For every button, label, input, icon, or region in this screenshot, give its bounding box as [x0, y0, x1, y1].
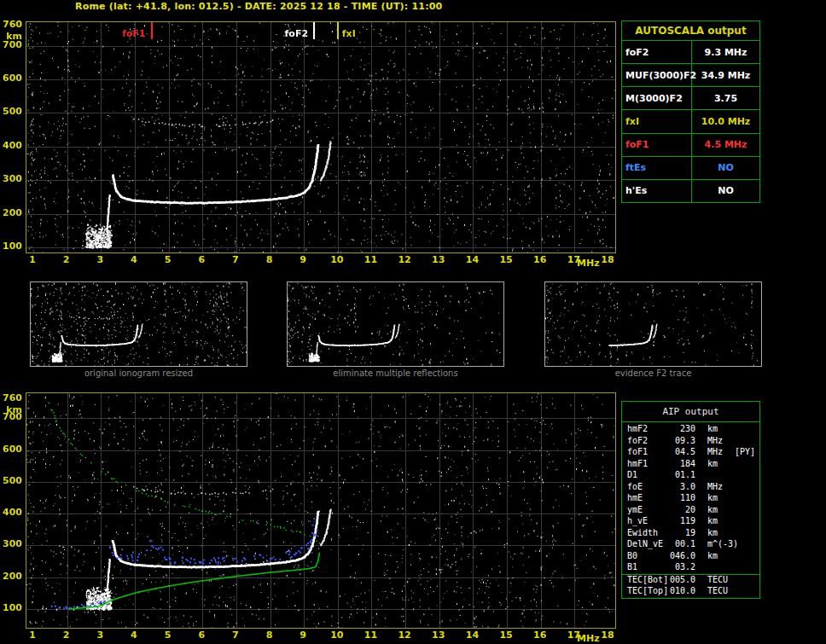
thumbnail-original-canvas: [31, 282, 247, 366]
aip-name: foE: [627, 482, 643, 491]
autoscala-screen: Rome (lat: +41.8, lon: 012.5) - DATE: 20…: [0, 0, 826, 644]
aip-value: 005.0: [661, 575, 695, 584]
autoscala-param-label: h'Es: [622, 180, 692, 202]
aip-row-B1: B103.2: [622, 562, 759, 574]
profile-ytick-200: 200: [0, 571, 22, 582]
aip-name: hmF2: [627, 424, 648, 433]
profile-xtick-16: 16: [532, 630, 548, 641]
aip-row-Ewidth: Ewidth19km: [622, 528, 759, 540]
autoscala-param-value: NO: [692, 180, 759, 202]
aip-value: 00.1: [661, 539, 695, 548]
aip-name: DelN_vE: [627, 539, 663, 548]
ionogram-xtick-4: 4: [126, 255, 142, 265]
ionogram-plot: [26, 21, 616, 253]
profile-xtick-8: 8: [262, 630, 277, 641]
ionogram-ytick-100: 100: [0, 241, 22, 252]
ionogram-xtick-7: 7: [228, 255, 243, 265]
aip-unit: km: [707, 493, 718, 502]
thumbnail-caption-eliminate: eliminate multiple reflections: [287, 368, 504, 378]
profile-ytick-760: 760: [0, 393, 22, 403]
ionogram-xtick-1: 1: [25, 255, 40, 265]
autoscala-param-value: 34.9 MHz: [692, 64, 759, 86]
ionogram-xtick-15: 15: [498, 255, 514, 265]
aip-name: ymE: [627, 505, 643, 514]
aip-row-DelN_vE: DelN_vE00.1m^(-3): [622, 539, 759, 551]
aip-row-ymE: ymE20km: [622, 505, 759, 517]
ionogram-canvas: [26, 22, 615, 252]
aip-value: 04.5: [661, 447, 695, 456]
thumbnail-eliminate-reflections: [287, 281, 504, 367]
ionogram-xtick-12: 12: [397, 255, 412, 265]
aip-row-hmF1: hmF1184km: [622, 459, 759, 471]
aip-unit: MHz: [707, 482, 723, 491]
aip-name: B1: [627, 562, 637, 571]
profile-xlabel: MHz: [577, 634, 606, 644]
aip-row-hmE: hmE110km: [622, 493, 759, 505]
profile-ytick-300: 300: [0, 539, 22, 549]
autoscala-param-value: 9.3 MHz: [692, 41, 759, 63]
ionogram-xtick-8: 8: [262, 255, 277, 265]
aip-unit: MHz: [707, 447, 723, 456]
page-title: Rome (lat: +41.8, lon: 012.5) - DATE: 20…: [75, 1, 442, 12]
ionogram-ytick-760: 760: [0, 20, 22, 30]
profile-canvas: [26, 393, 615, 628]
profile-xtick-5: 5: [160, 630, 176, 641]
ionogram-ytick-600: 600: [0, 73, 22, 84]
ionogram-xtick-10: 10: [329, 255, 345, 265]
aip-value: 046.0: [661, 551, 695, 560]
aip-unit: km: [707, 424, 718, 433]
aip-table-title: AIP output: [622, 402, 759, 422]
ionogram-xtick-9: 9: [295, 255, 311, 265]
autoscala-param-label: M(3000)F2: [622, 87, 692, 109]
ionogram-xtick-16: 16: [532, 255, 548, 265]
aip-unit: TECU: [707, 575, 728, 584]
ionogram-xtick-6: 6: [194, 255, 209, 265]
profile-ytick-400: 400: [0, 508, 22, 518]
profile-xtick-15: 15: [498, 630, 514, 641]
ionogram-ylabel: km: [0, 32, 22, 42]
aip-value: 03.2: [661, 562, 695, 571]
ionogram-ytick-400: 400: [0, 141, 22, 151]
aip-value: 110: [661, 493, 695, 502]
thumbnail-evidence-f2: [544, 281, 762, 367]
marker-label-fxI: fxI: [342, 29, 356, 38]
aip-value: 20: [661, 505, 695, 514]
autoscala-row-foF2: foF29.3 MHz: [622, 41, 759, 64]
aip-row-B0: B0046.0km: [622, 551, 759, 563]
ionogram-ytick-200: 200: [0, 208, 22, 218]
aip-table-rows: hmF2230kmfoF209.3MHzfoF104.5MHz[PY]hmF11…: [622, 422, 759, 598]
autoscala-param-label: MUF(3000)F2: [622, 64, 692, 86]
aip-note: [PY]: [735, 447, 755, 456]
autoscala-row-ftEs: ftEsNO: [622, 157, 759, 180]
aip-output-table: AIP output hmF2230kmfoF209.3MHzfoF104.5M…: [621, 401, 760, 599]
profile-xtick-2: 2: [59, 630, 74, 641]
aip-row-TEC[Bot]: TEC[Bot]005.0TECU: [622, 574, 759, 587]
aip-row-TEC[Top]: TEC[Top]010.0TECU: [622, 586, 759, 598]
profile-xtick-4: 4: [126, 630, 142, 641]
profile-ytick-600: 600: [0, 444, 22, 455]
aip-row-foF2: foF209.3MHz: [622, 436, 759, 448]
autoscala-output-table: AUTOSCALA output foF29.3 MHzMUF(3000)F23…: [621, 20, 760, 203]
aip-row-h_vE: h_vE119km: [622, 516, 759, 528]
ionogram-xtick-3: 3: [92, 255, 108, 265]
aip-unit: km: [707, 516, 718, 525]
profile-xtick-10: 10: [329, 630, 345, 641]
profile-xtick-6: 6: [194, 630, 209, 641]
aip-value: 01.1: [661, 470, 695, 479]
profile-xtick-11: 11: [363, 630, 378, 641]
aip-unit: TECU: [707, 586, 728, 595]
autoscala-row-foF1: foF14.5 MHz: [622, 134, 759, 157]
aip-name: foF1: [627, 447, 648, 456]
thumbnail-caption-original: original ionogram resized: [30, 368, 247, 378]
autoscala-param-label: foF1: [622, 134, 692, 156]
autoscala-row-fxI: fxI10.0 MHz: [622, 110, 759, 133]
ionogram-xtick-13: 13: [431, 255, 446, 265]
aip-unit: km: [707, 505, 718, 514]
autoscala-param-label: ftEs: [622, 157, 692, 179]
aip-value: 19: [661, 528, 695, 537]
aip-name: D1: [627, 470, 637, 479]
ionogram-ytick-500: 500: [0, 107, 22, 117]
aip-unit: MHz: [707, 436, 723, 445]
autoscala-param-label: foF2: [622, 41, 692, 63]
ionogram-xtick-2: 2: [59, 255, 74, 265]
